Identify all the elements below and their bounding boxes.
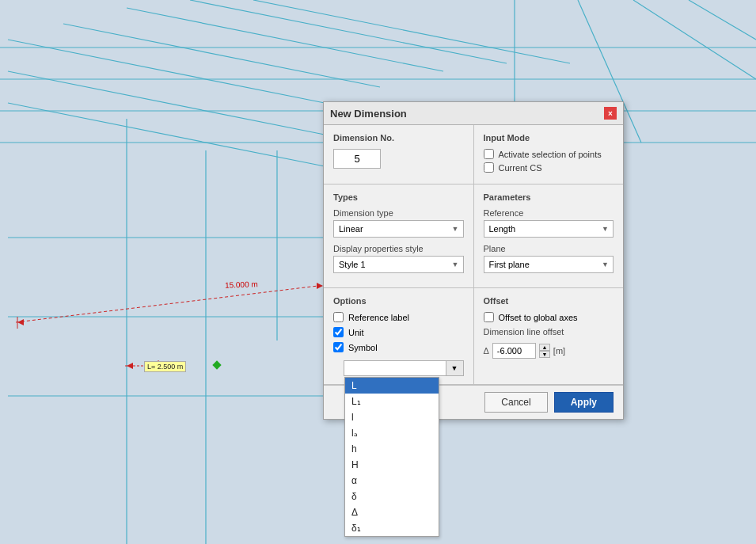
input-mode-section: Input Mode Activate selection of points … [474, 125, 624, 184]
activate-points-row: Activate selection of points [484, 149, 614, 159]
offset-spinner-down[interactable]: ▼ [539, 351, 550, 358]
dialog-body: Dimension No. Input Mode Activate select… [324, 125, 623, 419]
dimension-label-15: 15.000 m [225, 280, 258, 289]
offset-global-label: Offset to global axes [499, 313, 578, 322]
dimension-no-input[interactable] [333, 149, 381, 169]
offset-input-row: Δ ▲ ▼ [m] [484, 343, 614, 359]
offset-label: Offset [484, 296, 614, 306]
offset-global-row: Offset to global axes [484, 312, 614, 322]
dropdown-item-H[interactable]: H [345, 457, 439, 473]
symbol-combo-row: ▼ [333, 357, 464, 376]
types-label: Types [333, 192, 464, 202]
ref-label-checkbox[interactable] [333, 312, 344, 322]
current-cs-checkbox[interactable] [484, 162, 494, 173]
dropdown-item-L[interactable]: L [345, 378, 439, 394]
plane-select-wrap: First plane ▼ [484, 256, 614, 273]
reference-select-wrap: Length ▼ [484, 220, 614, 238]
dim-line-offset-label: Dimension line offset [484, 327, 614, 337]
types-params-row: Types Dimension type Linear Angular ▼ Di… [324, 185, 623, 288]
offset-section: Offset Offset to global axes Dimension l… [474, 288, 624, 384]
dialog-title: New Dimension [330, 108, 407, 120]
activate-points-label: Activate selection of points [499, 150, 602, 159]
dimension-no-label: Dimension No. [333, 133, 464, 143]
current-cs-label: Current CS [499, 163, 542, 173]
cancel-button[interactable]: Cancel [484, 392, 547, 413]
dialog-titlebar: New Dimension × [324, 102, 623, 125]
input-mode-label: Input Mode [484, 133, 614, 143]
display-style-select-wrap: Style 1 Style 2 ▼ [333, 256, 464, 273]
current-cs-row: Current CS [484, 162, 614, 173]
parameters-section: Parameters Reference Length ▼ Plane Firs… [474, 185, 624, 287]
dropdown-item-Delta[interactable]: Δ [345, 504, 439, 520]
unit-checkbox[interactable] [333, 327, 344, 337]
symbol-row: Symbol [333, 342, 464, 352]
apply-button[interactable]: Apply [554, 392, 614, 413]
display-style-select[interactable]: Style 1 Style 2 [333, 256, 464, 273]
new-dimension-dialog: New Dimension × Dimension No. Input Mode… [323, 101, 624, 420]
offset-spinner: ▲ ▼ [539, 344, 550, 358]
dimension-type-label: Dimension type [333, 208, 464, 218]
symbol-combo-value [344, 365, 446, 371]
ref-label-row: Reference label [333, 312, 464, 322]
reference-select[interactable]: Length [484, 220, 614, 238]
symbol-dropdown-list: L L₁ l lₐ h H α δ Δ δ₁ [344, 377, 439, 537]
parameters-label: Parameters [484, 192, 614, 202]
top-section-row: Dimension No. Input Mode Activate select… [324, 125, 623, 185]
options-section: Options Reference label Unit Symbol [324, 288, 474, 384]
reference-label: Reference [484, 208, 614, 218]
symbol-text: Symbol [348, 343, 378, 352]
dropdown-item-alpha[interactable]: α [345, 473, 439, 489]
dimension-type-select[interactable]: Linear Angular [333, 220, 464, 238]
symbol-combo[interactable]: ▼ [344, 360, 464, 376]
ref-label-text: Reference label [348, 313, 409, 322]
unit-row: Unit [333, 327, 464, 337]
dropdown-item-la[interactable]: lₐ [345, 425, 439, 441]
delta-symbol: Δ [484, 346, 489, 356]
unit-text: Unit [348, 328, 364, 337]
dimension-no-section: Dimension No. [324, 125, 474, 184]
dropdown-item-h[interactable]: h [345, 441, 439, 457]
display-style-label: Display properties style [333, 244, 464, 253]
activate-points-checkbox[interactable] [484, 149, 494, 159]
dimension-type-select-wrap: Linear Angular ▼ [333, 220, 464, 238]
dimension-label-25: L= 2.500 m [144, 361, 186, 372]
dropdown-item-L1[interactable]: L₁ [345, 394, 439, 409]
options-offset-row: Options Reference label Unit Symbol [324, 288, 623, 385]
offset-global-checkbox[interactable] [484, 312, 494, 322]
plane-select[interactable]: First plane [484, 256, 614, 273]
options-label: Options [333, 296, 464, 306]
plane-label: Plane [484, 244, 614, 253]
offset-spinner-up[interactable]: ▲ [539, 344, 550, 351]
offset-value-input[interactable] [492, 343, 536, 359]
symbol-checkbox[interactable] [333, 342, 344, 352]
dropdown-item-l[interactable]: l [345, 409, 439, 425]
symbol-combo-arrow-icon[interactable]: ▼ [446, 361, 463, 375]
dropdown-item-delta1[interactable]: δ₁ [345, 520, 439, 536]
dropdown-item-delta-small[interactable]: δ [345, 489, 439, 504]
types-section: Types Dimension type Linear Angular ▼ Di… [324, 185, 474, 287]
dialog-close-button[interactable]: × [604, 107, 617, 120]
offset-unit-label: [m] [553, 346, 565, 356]
